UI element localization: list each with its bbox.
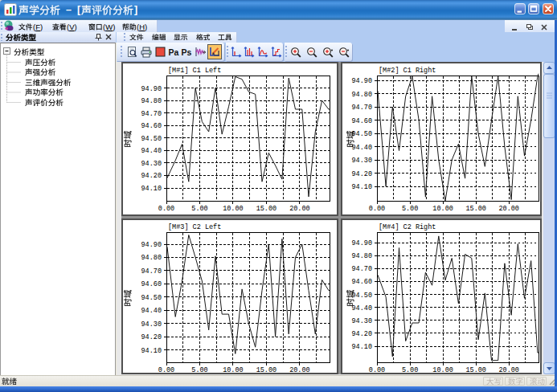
svg-text:94.20: 94.20	[141, 333, 162, 341]
svg-text:94.50: 94.50	[141, 294, 162, 302]
svg-text:94.70: 94.70	[351, 104, 372, 112]
svg-text:94.30: 94.30	[141, 160, 162, 168]
svg-text:94.20: 94.20	[141, 172, 162, 180]
svg-text:94.40: 94.40	[141, 307, 162, 315]
svg-text:15.00: 15.00	[465, 366, 486, 374]
svg-text:94.10: 94.10	[351, 343, 372, 351]
svg-text:94.90: 94.90	[141, 85, 162, 93]
svg-text:10.00: 10.00	[223, 366, 244, 374]
svg-text:94.80: 94.80	[351, 252, 372, 260]
svg-text:94.30: 94.30	[141, 321, 162, 329]
svg-text:94.80: 94.80	[141, 254, 162, 262]
svg-text:94.10: 94.10	[141, 185, 162, 193]
svg-text:94.90: 94.90	[351, 239, 372, 247]
svg-text:20.00: 20.00	[289, 205, 310, 213]
svg-text:94.80: 94.80	[351, 91, 372, 99]
svg-text:94.70: 94.70	[141, 267, 162, 276]
svg-text:5.00: 5.00	[191, 366, 207, 374]
svg-text:15.00: 15.00	[256, 205, 277, 213]
svg-text:94.30: 94.30	[351, 157, 372, 165]
svg-text:0.00: 0.00	[158, 366, 174, 374]
svg-text:94.80: 94.80	[141, 97, 162, 105]
svg-text:[M#4] C2 Right: [M#4] C2 Right	[379, 223, 436, 231]
svg-text:94.70: 94.70	[141, 110, 162, 118]
svg-text:0.00: 0.00	[158, 205, 174, 213]
svg-text:94.10: 94.10	[351, 183, 372, 191]
svg-text:94.60: 94.60	[351, 117, 372, 125]
svg-text:5.00: 5.00	[402, 366, 418, 374]
svg-text:94.20: 94.20	[351, 330, 372, 338]
svg-text:94.70: 94.70	[351, 265, 372, 273]
svg-text:10.00: 10.00	[432, 366, 453, 374]
svg-text:94.60: 94.60	[141, 280, 162, 288]
svg-text:94.90: 94.90	[141, 241, 162, 249]
svg-text:94.40: 94.40	[141, 147, 162, 155]
svg-text:10.00: 10.00	[432, 205, 453, 213]
svg-text:[M#2] C1 Right: [M#2] C1 Right	[379, 67, 436, 75]
svg-text:94.90: 94.90	[351, 77, 372, 85]
svg-text:[M#3] C2 Left: [M#3] C2 Left	[168, 223, 221, 231]
svg-text:[M#1] C1 Left: [M#1] C1 Left	[168, 67, 221, 75]
svg-text:5.00: 5.00	[402, 205, 418, 213]
svg-text:20.00: 20.00	[289, 366, 310, 374]
svg-text:94.10: 94.10	[141, 347, 162, 355]
svg-text:94.50: 94.50	[141, 135, 162, 143]
svg-text:15.00: 15.00	[465, 205, 486, 213]
svg-text:20.00: 20.00	[498, 205, 519, 213]
svg-text:0.00: 0.00	[369, 366, 385, 374]
svg-text:94.60: 94.60	[351, 278, 372, 286]
svg-text:0.00: 0.00	[369, 205, 385, 213]
svg-text:10.00: 10.00	[223, 205, 244, 213]
svg-text:15.00: 15.00	[256, 366, 277, 374]
svg-text:5.00: 5.00	[191, 205, 207, 213]
svg-text:94.60: 94.60	[141, 122, 162, 130]
svg-text:94.20: 94.20	[351, 170, 372, 178]
svg-text:94.30: 94.30	[351, 317, 372, 325]
svg-text:20.00: 20.00	[498, 366, 519, 374]
